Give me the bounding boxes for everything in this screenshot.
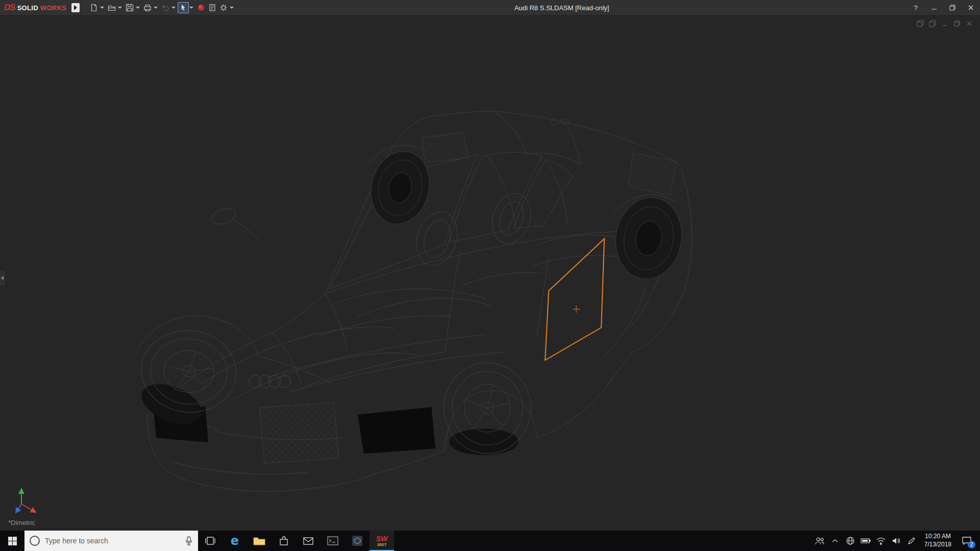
minimize-icon <box>931 5 937 11</box>
windows-taskbar: e SW <box>0 531 980 551</box>
window-controls: ? <box>906 0 980 16</box>
gear-icon <box>219 4 228 12</box>
close-button[interactable] <box>962 0 980 16</box>
chevron-up-icon <box>831 538 839 543</box>
solidworks-logo: DS SOLIDWORKS <box>0 3 71 13</box>
save-dropdown[interactable] <box>136 7 140 9</box>
wifi-button[interactable] <box>873 531 889 551</box>
titlebar: DS SOLIDWORKS <box>0 0 980 16</box>
people-button[interactable] <box>812 531 827 551</box>
print-dropdown[interactable] <box>154 7 158 9</box>
options-button[interactable] <box>218 2 229 13</box>
action-center-button[interactable]: 2 <box>957 531 977 551</box>
undo-arrow-icon <box>161 4 169 12</box>
save-floppy-icon <box>126 4 134 12</box>
speaker-icon <box>892 537 901 545</box>
chevron-right-icon <box>1 276 4 280</box>
report-book-icon <box>208 4 216 12</box>
doc-close-icon[interactable] <box>966 20 973 27</box>
clock-time: 10:20 AM <box>925 533 951 541</box>
cortana-icon <box>30 536 40 546</box>
new-document-icon <box>90 4 98 12</box>
help-button[interactable]: ? <box>906 0 925 16</box>
globe-network-icon <box>846 536 855 545</box>
task-view-icon <box>205 535 216 546</box>
people-icon <box>815 536 825 545</box>
close-icon <box>968 5 974 11</box>
document-title: Audi R8 S.SLDASM [Read-only] <box>237 4 906 12</box>
restore-icon <box>949 5 955 11</box>
start-button[interactable] <box>0 531 24 551</box>
doc-minimize-icon[interactable] <box>941 20 948 27</box>
mail-button[interactable] <box>296 531 321 551</box>
wifi-icon <box>876 537 886 545</box>
printer-icon <box>143 4 152 12</box>
edge-icon: e <box>231 534 239 548</box>
store-bag-icon <box>279 536 289 546</box>
microphone-icon[interactable] <box>185 536 193 545</box>
taskbar-clock[interactable]: 10:20 AM 7/13/2018 <box>919 533 957 548</box>
print-button[interactable] <box>142 2 153 13</box>
cascade-window-icon[interactable] <box>929 20 936 27</box>
select-dropdown[interactable] <box>189 7 193 9</box>
windows-logo-icon <box>8 537 17 545</box>
search-input[interactable] <box>45 537 180 545</box>
play-arrow-icon <box>74 5 77 10</box>
battery-icon <box>861 538 871 544</box>
select-tool-button[interactable] <box>178 2 189 13</box>
tray-overflow-button[interactable] <box>827 531 843 551</box>
save-button[interactable] <box>124 2 135 13</box>
maximize-button[interactable] <box>943 0 962 16</box>
brand-works-text: WORKS <box>40 4 66 12</box>
task-view-button[interactable] <box>198 531 223 551</box>
taskbar-search[interactable] <box>24 531 198 551</box>
open-dropdown[interactable] <box>118 7 122 9</box>
system-tray: 10:20 AM 7/13/2018 2 <box>812 531 980 551</box>
solidworks-app-icon: SW 2017 <box>376 535 388 547</box>
clock-date: 7/13/2018 <box>924 541 951 549</box>
collapsed-panel-tab[interactable] <box>0 271 5 285</box>
expand-menu-button[interactable] <box>71 3 80 12</box>
brand-solid-text: SOLID <box>17 4 38 12</box>
file-explorer-button[interactable] <box>247 531 272 551</box>
minimize-button[interactable] <box>925 0 943 16</box>
new-window-icon[interactable] <box>917 20 924 27</box>
document-window-controls <box>917 20 973 27</box>
ds-logo-icon: DS <box>4 3 15 13</box>
notification-badge: 2 <box>968 541 975 548</box>
cad-utility-button[interactable] <box>345 531 370 551</box>
pen-icon <box>908 537 916 545</box>
new-document-button[interactable] <box>88 2 100 13</box>
rebuild-button[interactable] <box>195 2 207 13</box>
mail-envelope-icon <box>303 536 314 545</box>
store-button[interactable] <box>272 531 296 551</box>
battery-button[interactable] <box>858 531 873 551</box>
undo-button[interactable] <box>160 2 171 13</box>
undo-dropdown[interactable] <box>172 7 176 9</box>
solidworks-taskbar-button[interactable]: SW 2017 <box>370 531 394 551</box>
red-sphere-icon <box>197 4 205 12</box>
command-prompt-button[interactable] <box>321 531 345 551</box>
open-folder-icon <box>108 4 116 12</box>
view-orientation-label: *Dimetric <box>8 519 35 527</box>
console-icon <box>327 536 338 546</box>
network-button[interactable] <box>843 531 858 551</box>
design-binder-button[interactable] <box>207 2 218 13</box>
volume-button[interactable] <box>889 531 904 551</box>
main-toolbar <box>87 1 237 14</box>
new-document-dropdown[interactable] <box>100 7 104 9</box>
graphics-viewport[interactable]: *Dimetric <box>0 16 980 531</box>
doc-restore-icon[interactable] <box>953 20 961 27</box>
open-document-button[interactable] <box>106 2 117 13</box>
options-dropdown[interactable] <box>230 7 234 9</box>
cube-app-icon <box>352 535 363 546</box>
folder-icon <box>253 536 265 546</box>
desktop: DS SOLIDWORKS <box>0 0 980 551</box>
pen-button[interactable] <box>904 531 919 551</box>
edge-browser-button[interactable]: e <box>223 531 247 551</box>
cursor-arrow-icon <box>179 4 187 12</box>
